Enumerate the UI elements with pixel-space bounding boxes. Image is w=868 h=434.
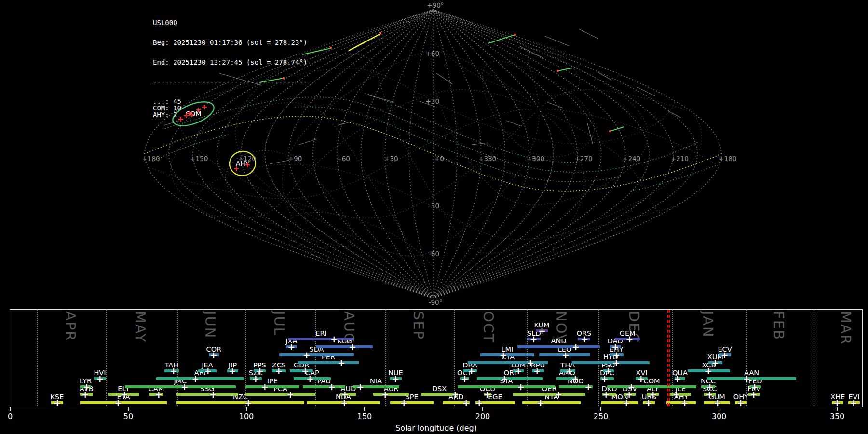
month-separator-line (37, 310, 38, 406)
meteor-track (472, 143, 488, 145)
ecliptic-grid-line (671, 103, 674, 110)
end-time: End: 20251230 13:27:45 (sol = 278.74°) (153, 59, 307, 66)
month-label: JAN (701, 311, 715, 338)
month-label: OCT (481, 311, 495, 343)
tilted-grid-line (482, 61, 594, 157)
ra-label: +0 (434, 155, 444, 163)
current-sol-cursor (669, 310, 670, 406)
meteor-track-bright (558, 68, 572, 71)
shower-bar (80, 401, 167, 404)
tilted-grid-line (287, 115, 553, 298)
meteor-endpoint (609, 130, 611, 132)
month-separator-line (106, 310, 107, 406)
x-axis-tick (364, 407, 365, 411)
ra-label: +300 (527, 155, 544, 163)
shower-bar (601, 401, 638, 404)
begin-time: Beg: 20251230 01:17:36 (sol = 278.23°) (153, 40, 307, 46)
shower-code-label: NIA (370, 377, 382, 385)
ra-label: +330 (478, 155, 496, 163)
meridian-line (337, 10, 433, 298)
ra-label: +90 (288, 155, 302, 163)
shower-bar (468, 361, 548, 364)
month-label: SEP (411, 311, 425, 340)
shower-bar (245, 385, 299, 388)
shower-bar (477, 377, 543, 380)
ra-label: +270 (574, 155, 592, 163)
x-axis-tick-label: 100 (239, 412, 254, 421)
ra-label: +150 (190, 155, 208, 163)
shower-bar (245, 393, 315, 396)
shower-bar (607, 385, 696, 388)
meridian-line (433, 10, 650, 298)
x-axis-tick-label: 150 (357, 412, 372, 421)
shower-bar (522, 401, 581, 404)
month-label: FEB (772, 311, 786, 340)
shower-bar (390, 401, 434, 404)
pole-label: +90° (427, 1, 444, 9)
meridian-line (433, 10, 601, 298)
shower-code-label: AND (551, 337, 567, 345)
month-separator-line (598, 310, 599, 406)
shower-bar (298, 361, 359, 364)
meridian-line (433, 10, 529, 298)
meteor-track (506, 121, 522, 126)
x-axis-tick-label: 300 (712, 412, 727, 421)
x-axis-tick (837, 407, 838, 411)
ra-label: +180 (719, 155, 736, 163)
x-axis-title: Solar longitude (deg) (395, 423, 477, 433)
dec-label: -30 (429, 202, 439, 210)
shower-bar (176, 401, 304, 404)
tilted-grid-line (288, 115, 539, 256)
month-label: MAY (133, 311, 147, 343)
sky-map: COMAHY+90°-90°+180+150+120+90+60+30+0+33… (0, 0, 868, 309)
month-separator-line (245, 310, 246, 406)
x-axis-tick-label: 250 (594, 412, 609, 421)
tilted-grid-line (695, 116, 702, 154)
tilted-grid-line (528, 52, 566, 103)
meridian-line (313, 10, 433, 298)
meteor-track (436, 73, 452, 84)
meteor-track (338, 122, 352, 125)
ra-label: +60 (336, 155, 350, 163)
shower-code-label: ERI (315, 329, 327, 337)
shower-bar (288, 338, 354, 340)
month-separator-line (814, 310, 814, 406)
meteor-track (270, 160, 289, 164)
x-axis-tick (10, 407, 11, 411)
tilted-grid-line (289, 112, 536, 218)
month-separator-line (315, 310, 316, 406)
x-axis-tick-label: 50 (123, 412, 133, 421)
month-label: MAR (839, 311, 853, 345)
meridian-line (433, 10, 697, 298)
shower-bar (480, 353, 534, 356)
x-axis-tick (246, 407, 247, 411)
shower-counts: ...: 45COM: 10AHY: 2 (153, 98, 307, 118)
month-label: JUN (203, 311, 217, 339)
x-axis-tick (719, 407, 719, 411)
ra-label: +30 (384, 155, 398, 163)
meteor-endpoint (330, 47, 332, 49)
x-axis-tick-label: 350 (830, 412, 845, 421)
tilted-grid-line (545, 115, 584, 256)
shower-bar (513, 393, 585, 396)
pole-label: -90° (429, 298, 443, 306)
dec-label: -60 (429, 250, 439, 258)
meridian-line (433, 10, 553, 298)
ra-label: +180 (142, 155, 160, 163)
count-line: AHY: 2 (153, 112, 307, 119)
meteor-track (668, 111, 681, 118)
meteor-track (598, 72, 611, 80)
meteor-track (299, 139, 317, 145)
x-axis-tick (128, 407, 129, 411)
shower-bar (707, 377, 796, 380)
tilted-grid-line (151, 168, 281, 199)
ecliptic-grid-line (192, 198, 195, 205)
meteor-endpoint (380, 32, 382, 35)
month-separator-line (177, 310, 178, 406)
meteor-endpoint (514, 34, 516, 36)
dec-label: +30 (426, 97, 440, 105)
station-id: USL00Q (153, 20, 307, 27)
activity-timeline: Solar longitude (deg) APRMAYJUNJULAUGSEP… (10, 309, 863, 407)
x-axis-tick-label: 200 (475, 412, 490, 421)
tilted-grid-line (205, 200, 283, 218)
